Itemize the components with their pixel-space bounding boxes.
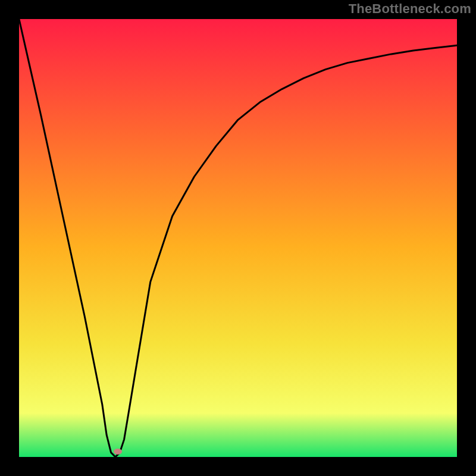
gradient-background — [19, 19, 457, 457]
plot-svg — [19, 19, 457, 457]
watermark-text: TheBottleneck.com — [349, 1, 471, 17]
chart-frame: TheBottleneck.com — [0, 0, 476, 476]
plot-area — [19, 19, 457, 457]
target-marker — [114, 449, 122, 455]
